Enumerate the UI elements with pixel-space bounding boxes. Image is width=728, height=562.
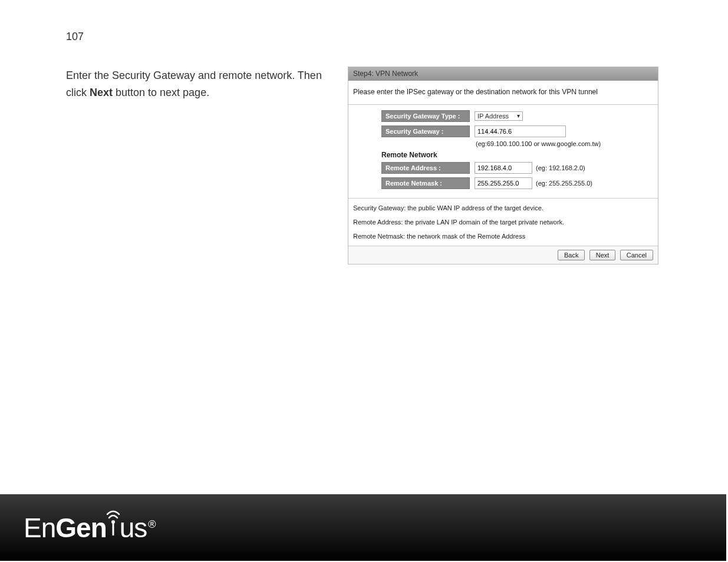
remote-address-label: Remote Address :	[381, 162, 470, 174]
cancel-button[interactable]: Cancel	[620, 250, 653, 260]
remote-network-label: Remote Network	[381, 151, 653, 159]
svg-rect-1	[112, 523, 114, 535]
gateway-row: Security Gateway :	[381, 125, 653, 138]
gateway-type-select[interactable]: IP Address	[475, 111, 523, 121]
remote-address-input[interactable]	[475, 162, 532, 174]
vpn-network-panel: Step4: VPN Network Please enter the IPSe…	[348, 67, 658, 265]
page-number: 107	[66, 31, 84, 43]
instruction-text: Enter the Security Gateway and remote ne…	[66, 67, 331, 101]
help-line-netmask: Remote Netmask: the network mask of the …	[353, 233, 653, 240]
gateway-type-label: Security Gateway Type :	[381, 110, 470, 122]
remote-address-hint: (eg: 192.168.2.0)	[536, 164, 585, 171]
remote-netmask-hint: (eg: 255.255.255.0)	[536, 180, 592, 187]
page-footer: EnGen us®	[0, 494, 726, 561]
registered-icon: ®	[148, 518, 155, 530]
gateway-hint: (eg:69.100.100.100 or www.google.com.tw)	[476, 140, 653, 147]
remote-address-row: Remote Address : (eg: 192.168.2.0)	[381, 161, 653, 174]
engenius-logo: EnGen us®	[24, 512, 156, 544]
panel-form: Security Gateway Type : IP Address Secur…	[348, 105, 658, 199]
logo-post: us	[120, 513, 147, 543]
next-button[interactable]: Next	[589, 250, 616, 260]
wifi-icon	[107, 512, 120, 535]
help-line-gateway: Security Gateway: the public WAN IP addr…	[353, 204, 653, 211]
panel-footer: Back Next Cancel	[348, 246, 658, 264]
remote-netmask-label: Remote Netmask :	[381, 177, 470, 189]
instruction-bold: Next	[90, 87, 113, 98]
panel-description: Please enter the IPSec gateway or the de…	[348, 81, 658, 105]
gateway-type-row: Security Gateway Type : IP Address	[381, 110, 653, 123]
panel-help: Security Gateway: the public WAN IP addr…	[348, 199, 658, 246]
help-line-address: Remote Address: the private LAN IP domai…	[353, 219, 653, 226]
gateway-input[interactable]	[475, 125, 566, 137]
logo-text: EnGen us®	[24, 512, 156, 544]
panel-title: Step4: VPN Network	[348, 67, 658, 81]
remote-netmask-input[interactable]	[475, 177, 532, 189]
instruction-post: button to next page.	[113, 87, 209, 98]
remote-netmask-row: Remote Netmask : (eg: 255.255.255.0)	[381, 177, 653, 190]
back-button[interactable]: Back	[558, 250, 585, 260]
logo-bold: Gen	[55, 513, 106, 543]
gateway-label: Security Gateway :	[381, 125, 470, 137]
logo-pre: En	[24, 513, 55, 543]
